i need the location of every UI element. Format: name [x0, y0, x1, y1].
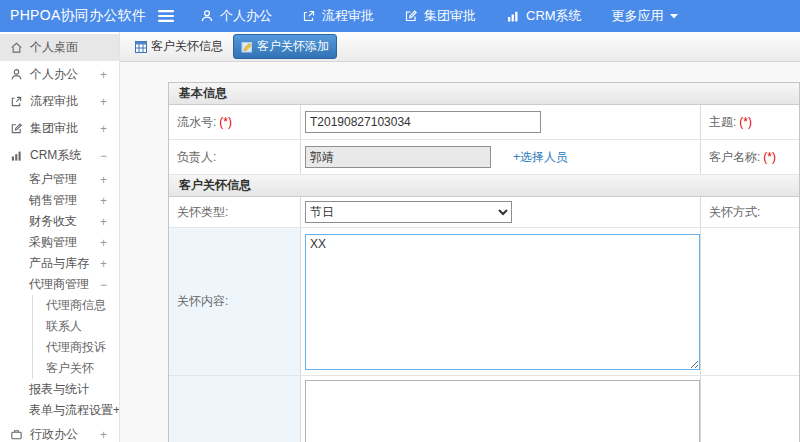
main-area: 客户关怀信息 客户关怀添加 基本信息 流水号: (*): [120, 32, 800, 442]
workflow-icon: [10, 95, 23, 108]
subject-label-cell: 主题: (*): [701, 105, 799, 139]
form-row-care-type: 关怀类型: 节日 关怀方式:: [169, 197, 799, 228]
app-window: PHPOA协同办公软件 个人办公 流程审批 集团审批 CRM系统 更多应用: [0, 0, 800, 442]
plus-icon[interactable]: +: [100, 122, 107, 136]
plus-icon[interactable]: +: [100, 173, 107, 187]
sidebar-item-contacts[interactable]: 联系人: [33, 316, 119, 337]
nav-more-apps[interactable]: 更多应用: [612, 7, 678, 25]
plus-icon[interactable]: +: [100, 428, 107, 442]
user-icon: [10, 68, 23, 81]
sidebar-item-purchasing[interactable]: 采购管理 +: [0, 232, 119, 253]
owner-label-cell: 负责人:: [169, 140, 301, 174]
subject-label: 主题:: [709, 114, 736, 131]
sidebar-item-products-inventory[interactable]: 产品与库存 +: [0, 253, 119, 274]
nav-workflow-approval[interactable]: 流程审批: [302, 7, 374, 25]
plus-icon[interactable]: +: [100, 215, 107, 229]
form-row-care-content: 关怀内容: XX: [169, 228, 799, 376]
serial-number-input[interactable]: [305, 111, 541, 133]
customer-name-label-cell: 客户名称: (*): [701, 140, 799, 174]
sidebar-item-sales-mgmt[interactable]: 销售管理 +: [0, 190, 119, 211]
customer-name-label: 客户名称:: [709, 149, 760, 166]
minus-icon[interactable]: −: [100, 278, 107, 292]
form-row-owner: 负责人: +选择人员 客户名称: (*): [169, 140, 799, 175]
owner-label: 负责人:: [177, 149, 216, 166]
edit-add-icon: [241, 41, 253, 53]
serial-label-cell: 流水号: (*): [169, 105, 301, 139]
sidebar-item-agent-info[interactable]: 代理商信息: [33, 295, 119, 316]
care-content-textarea[interactable]: XX: [305, 234, 700, 370]
edit-icon: [10, 122, 23, 135]
section-header-care-info: 客户关怀信息: [169, 175, 799, 197]
app-logo: PHPOA协同办公软件: [0, 7, 158, 25]
empty-label-cell: [701, 228, 799, 375]
briefcase-icon: [10, 428, 23, 441]
sidebar: 个人桌面 个人办公 + 流程审批 + 集团审批 + CRM系统 −: [0, 32, 120, 442]
select-person-link[interactable]: +选择人员: [513, 149, 568, 166]
sidebar-item-group-approval[interactable]: 集团审批 +: [0, 115, 119, 142]
serial-label: 流水号:: [177, 114, 216, 131]
sidebar-item-workflow-approval[interactable]: 流程审批 +: [0, 88, 119, 115]
tab-bar: 客户关怀信息 客户关怀添加: [120, 32, 800, 62]
plus-icon[interactable]: +: [100, 68, 107, 82]
care-type-label: 关怀类型:: [177, 204, 228, 221]
plus-icon[interactable]: +: [100, 194, 107, 208]
tab-care-info[interactable]: 客户关怀信息: [128, 35, 230, 58]
workflow-icon: [302, 9, 316, 23]
care-method-label-cell: 关怀方式:: [701, 197, 799, 227]
required-mark: (*): [763, 150, 776, 164]
extra-field-cell: [301, 376, 701, 442]
required-mark: (*): [739, 115, 752, 129]
plus-icon[interactable]: +: [100, 95, 107, 109]
sidebar-item-finance[interactable]: 财务收支 +: [0, 211, 119, 232]
form-row-extra: [169, 376, 799, 442]
user-icon: [200, 9, 214, 23]
plus-icon[interactable]: +: [100, 236, 107, 250]
content-area: 基本信息 流水号: (*) 主题: (*): [120, 62, 800, 442]
care-content-label-cell: 关怀内容:: [169, 228, 301, 375]
bar-chart-icon: [10, 149, 23, 162]
owner-field-cell: +选择人员: [301, 140, 701, 174]
care-method-label: 关怀方式:: [709, 204, 760, 221]
top-header: PHPOA协同办公软件 个人办公 流程审批 集团审批 CRM系统 更多应用: [0, 0, 800, 32]
care-add-form: 基本信息 流水号: (*) 主题: (*): [168, 82, 800, 442]
section-header-basic-info: 基本信息: [169, 83, 799, 105]
nav-group-approval[interactable]: 集团审批: [404, 7, 476, 25]
sidebar-item-customer-mgmt[interactable]: 客户管理 +: [0, 169, 119, 190]
sidebar-item-personal-office[interactable]: 个人办公 +: [0, 61, 119, 88]
nav-crm-system[interactable]: CRM系统: [506, 7, 582, 25]
caret-down-icon: [670, 14, 678, 19]
sidebar-item-customer-care[interactable]: 客户关怀: [33, 358, 119, 379]
minus-icon[interactable]: −: [100, 149, 107, 163]
home-icon: [10, 41, 23, 54]
care-type-label-cell: 关怀类型:: [169, 197, 301, 227]
sidebar-item-form-workflow-settings[interactable]: 表单与流程设置+: [0, 400, 119, 421]
extra-textarea[interactable]: [305, 380, 700, 442]
tab-care-add[interactable]: 客户关怀添加: [233, 34, 337, 59]
sidebar-item-agent-mgmt[interactable]: 代理商管理 −: [0, 274, 119, 295]
plus-icon[interactable]: +: [100, 257, 107, 271]
serial-field-cell: [301, 105, 701, 139]
hamburger-icon[interactable]: [158, 10, 174, 22]
care-content-label: 关怀内容:: [177, 293, 228, 310]
bar-chart-icon: [506, 9, 520, 23]
care-type-select[interactable]: 节日: [305, 201, 512, 223]
nav-personal-office[interactable]: 个人办公: [200, 7, 272, 25]
required-mark: (*): [219, 115, 232, 129]
top-nav: 个人办公 流程审批 集团审批 CRM系统 更多应用: [200, 7, 678, 25]
extra-label-cell: [169, 376, 301, 442]
care-content-field-cell: XX: [301, 228, 701, 375]
sidebar-item-personal-desktop[interactable]: 个人桌面: [0, 34, 119, 61]
sidebar-item-reports-stats[interactable]: 报表与统计: [0, 379, 119, 400]
form-row-serial: 流水号: (*) 主题: (*): [169, 105, 799, 140]
edit-icon: [404, 9, 418, 23]
care-type-field-cell: 节日: [301, 197, 701, 227]
sidebar-item-agent-complaints[interactable]: 代理商投诉: [33, 337, 119, 358]
owner-input[interactable]: [305, 146, 491, 168]
agent-submenu: 代理商信息 联系人 代理商投诉 客户关怀: [32, 295, 119, 379]
empty-label-cell: [701, 376, 799, 442]
table-icon: [135, 41, 147, 53]
sidebar-item-crm-system[interactable]: CRM系统 −: [0, 142, 119, 169]
sidebar-item-admin-office[interactable]: 行政办公 +: [0, 421, 119, 442]
